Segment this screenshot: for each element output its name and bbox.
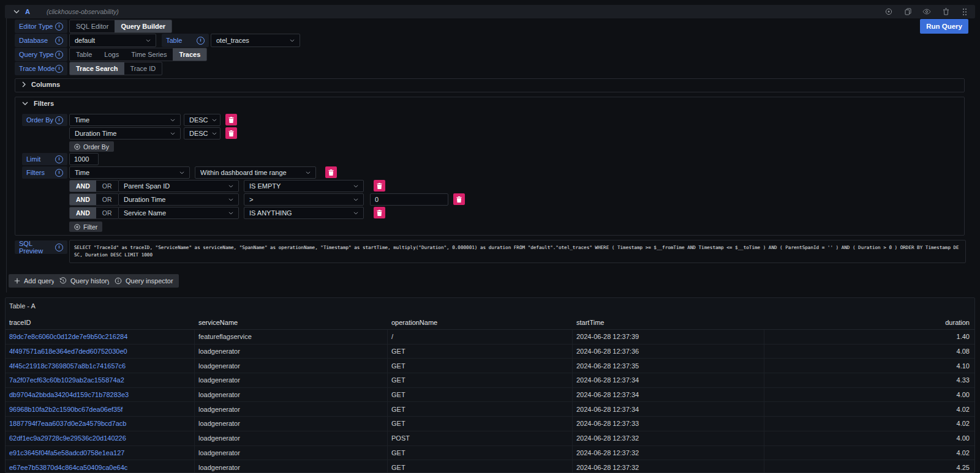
datasource-hint: (clickhouse-observability): [47, 8, 119, 15]
add-filter-button[interactable]: Filter: [69, 222, 102, 232]
chevron-down-icon: [353, 198, 358, 201]
trace-id-link[interactable]: 4f497571a618e364ed7ded60752030e0: [6, 345, 195, 359]
query-inspector-button[interactable]: Query inspector: [109, 274, 179, 288]
add-order-by-label: Order By: [83, 143, 109, 151]
filter-field-select[interactable]: Parent Span ID: [118, 180, 239, 192]
database-select[interactable]: default: [69, 34, 156, 47]
remove-filter-button[interactable]: [325, 166, 337, 178]
trace-id-link[interactable]: 1887794f7eaa6037d0e2a4579bcd7acb: [6, 417, 195, 431]
conjunction-and[interactable]: AND: [70, 181, 96, 192]
column-header-starttime[interactable]: startTime: [573, 315, 764, 329]
trace-id-link[interactable]: 96968b10fa2b2c1590bc67dea06ef35f: [6, 402, 195, 416]
add-query-button[interactable]: Add query: [9, 274, 60, 288]
filter-field-value: Time: [75, 169, 89, 176]
table-select-value: otel_traces: [216, 37, 249, 44]
filter-field-select[interactable]: Time: [69, 166, 190, 179]
service-name-cell: loadgenerator: [195, 388, 388, 402]
drag-handle-icon[interactable]: [960, 7, 969, 16]
order-by-field-select[interactable]: Duration Time: [69, 127, 181, 140]
add-order-by-button[interactable]: Order By: [69, 141, 114, 152]
column-header-servicename[interactable]: serviceName: [195, 315, 388, 329]
remove-filter-button[interactable]: [453, 193, 465, 205]
query-type-option-traces[interactable]: Traces: [173, 48, 206, 61]
collapse-chevron-icon[interactable]: [13, 10, 20, 13]
filter-operator-select[interactable]: IS ANYTHING: [244, 207, 364, 219]
filter-field-select[interactable]: Service Name: [118, 207, 239, 219]
conjunction-or[interactable]: OR: [96, 181, 118, 192]
order-by-direction-value: DESC: [189, 130, 208, 137]
filter-field-select[interactable]: Duration Time: [118, 193, 239, 206]
duplicate-query-icon[interactable]: [903, 7, 912, 16]
filter-operator-select[interactable]: >: [244, 193, 364, 206]
query-history-button[interactable]: Query history: [54, 274, 116, 288]
info-icon[interactable]: i: [55, 116, 63, 124]
help-icon[interactable]: [884, 7, 893, 16]
trace-id-link[interactable]: 62df1ec9a29728c9e29536c20d140226: [6, 431, 195, 445]
columns-section-title: Columns: [31, 81, 60, 88]
run-query-button[interactable]: Run Query: [920, 19, 968, 34]
order-by-field-select[interactable]: Time: [69, 114, 181, 126]
conjunction-and[interactable]: AND: [70, 194, 96, 205]
columns-section-toggle[interactable]: Columns: [22, 81, 60, 88]
panel-title[interactable]: Table - A: [9, 302, 36, 310]
query-type-option-time-series[interactable]: Time Series: [125, 48, 173, 61]
duration-cell: 4.02: [764, 402, 974, 416]
info-icon[interactable]: i: [55, 23, 63, 31]
info-icon[interactable]: i: [55, 244, 63, 251]
query-row-header[interactable]: A (clickhouse-observability): [5, 5, 975, 18]
column-header-duration[interactable]: duration: [764, 315, 974, 329]
service-name-cell: loadgenerator: [195, 402, 388, 416]
table-select[interactable]: otel_traces: [211, 34, 300, 47]
trace-id-link[interactable]: 89dc7e8c6060c0d12de7e9b50c216284: [6, 330, 195, 344]
conjunction-and[interactable]: AND: [70, 207, 96, 218]
remove-query-trash-icon[interactable]: [941, 7, 950, 16]
filters-section-toggle[interactable]: Filters: [22, 100, 54, 107]
remove-order-by-button[interactable]: [225, 127, 237, 139]
info-icon[interactable]: i: [55, 51, 63, 59]
order-by-direction-select[interactable]: DESC: [184, 127, 221, 140]
editor-type-option-sql-editor[interactable]: SQL Editor: [70, 20, 115, 32]
filter-operator-select[interactable]: Within dashboard time range: [195, 166, 316, 179]
trace-mode-toggle: Trace Search Trace ID: [69, 62, 162, 75]
trace-id-link[interactable]: 7a2f07ecf63c60b1029ab2ac155874a2: [6, 373, 195, 387]
order-by-direction-select[interactable]: DESC: [184, 114, 221, 126]
start-time-cell: 2024-06-28 12:37:32: [573, 446, 764, 460]
limit-label: Limit i: [22, 153, 67, 165]
chevron-down-icon: [228, 198, 233, 201]
conjunction-or[interactable]: OR: [96, 207, 118, 218]
remove-filter-button[interactable]: [374, 180, 385, 192]
info-circle-icon: [115, 277, 122, 285]
trace-id-link[interactable]: e67ee7b53870d4c864ca50409ca0e64c: [6, 460, 195, 473]
filter-operator-select[interactable]: IS EMPTY: [244, 180, 364, 192]
info-icon[interactable]: i: [55, 155, 63, 163]
trace-id-link[interactable]: db9704a2bbda34204d159c71b78283e3: [6, 388, 195, 402]
trace-mode-option-trace-id[interactable]: Trace ID: [124, 62, 162, 75]
editor-type-label-text: Editor Type: [19, 23, 53, 30]
query-type-option-table[interactable]: Table: [70, 48, 98, 61]
editor-type-option-query-builder[interactable]: Query Builder: [115, 20, 172, 32]
column-header-traceid[interactable]: traceID: [6, 315, 195, 329]
query-header-actions: [884, 7, 969, 16]
table-label-text: Table: [166, 37, 182, 44]
query-type-option-logs[interactable]: Logs: [98, 48, 125, 61]
info-icon[interactable]: i: [55, 37, 63, 45]
start-time-cell: 2024-06-28 12:37:33: [573, 417, 764, 431]
start-time-cell: 2024-06-28 12:37:39: [573, 330, 764, 344]
info-icon[interactable]: i: [55, 65, 63, 73]
trace-id-link[interactable]: e91c3645f04fa5e58adcd0758e1ea127: [6, 446, 195, 460]
editor-type-label: Editor Type i: [15, 20, 67, 33]
trace-id-link[interactable]: 4f45c21918c73698057a8b1c741657c6: [6, 359, 195, 373]
hide-query-eye-icon[interactable]: [922, 7, 931, 16]
remove-filter-button[interactable]: [374, 207, 385, 218]
remove-order-by-button[interactable]: [225, 114, 237, 125]
filter-field-value: Service Name: [124, 209, 166, 217]
info-icon[interactable]: i: [197, 37, 205, 45]
info-icon[interactable]: i: [55, 169, 63, 177]
trace-mode-option-trace-search[interactable]: Trace Search: [70, 62, 124, 75]
limit-input[interactable]: [69, 153, 99, 165]
filter-value-input[interactable]: [370, 193, 448, 206]
conjunction-or[interactable]: OR: [96, 194, 118, 205]
duration-cell: 1.40: [764, 330, 974, 344]
column-header-operationname[interactable]: operationName: [388, 315, 573, 329]
table-row: 89dc7e8c6060c0d12de7e9b50c216284 feature…: [6, 330, 974, 345]
